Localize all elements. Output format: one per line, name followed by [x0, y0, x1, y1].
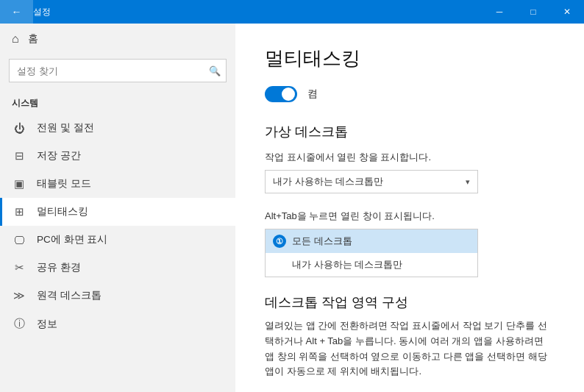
- taskbar-dropdown-value: 내가 사용하는 데스크톱만: [273, 175, 383, 188]
- tablet-icon: ▣: [12, 177, 26, 190]
- sidebar-item-storage-label: 저장 공간: [37, 149, 81, 163]
- sidebar-item-project[interactable]: 🖵 PC에 화면 표시: [0, 226, 235, 254]
- toggle-knob: [282, 88, 295, 101]
- sidebar-item-shared[interactable]: ✂ 공유 환경: [0, 254, 235, 282]
- toggle-switch[interactable]: [265, 86, 297, 102]
- remote-icon: ≫: [12, 289, 26, 302]
- titlebar-controls: ─ □ ✕: [482, 0, 584, 24]
- sidebar-item-tablet-label: 태블릿 모드: [37, 177, 91, 190]
- alt-tab-dropdown: ① 모든 데스크톱 내가 사용하는 데스크톱만: [265, 229, 478, 277]
- home-icon: ⌂: [12, 32, 19, 46]
- multitasking-icon: ⊞: [12, 205, 26, 218]
- minimize-button[interactable]: ─: [482, 0, 516, 24]
- sidebar-item-info-label: 정보: [37, 318, 57, 331]
- search-box: 🔍: [9, 59, 227, 82]
- sidebar-item-tablet[interactable]: ▣ 태블릿 모드: [0, 170, 235, 198]
- toggle-label: 켬: [307, 88, 318, 101]
- sidebar: ⌂ 홈 🔍 시스템 ⏻ 전원 및 절전 ⊟ 저장 공간 ▣ 태블릿 모드: [0, 24, 235, 392]
- project-icon: 🖵: [12, 234, 26, 246]
- main-panel: 멀티태스킹 켬 가상 데스크톱 작업 표시줄에서 열린 창을 표시합니다. 내가…: [235, 24, 584, 392]
- close-button[interactable]: ✕: [550, 0, 584, 24]
- window: ← 설정 ─ □ ✕ ⌂ 홈 🔍 시스템: [0, 0, 584, 392]
- sidebar-section-label: 시스템: [0, 91, 235, 114]
- content-area: ⌂ 홈 🔍 시스템 ⏻ 전원 및 절전 ⊟ 저장 공간 ▣ 태블릿 모드: [0, 24, 584, 392]
- titlebar: ← 설정 ─ □ ✕: [0, 0, 584, 24]
- sidebar-item-power[interactable]: ⏻ 전원 및 절전: [0, 114, 235, 142]
- desktop-config-desc: 열려있는 앱 간에 전환하려면 작업 표시줄에서 작업 보기 단추를 선택하거나…: [265, 318, 555, 379]
- alt-tab-option-current-label: 내가 사용하는 데스크톱만: [292, 258, 402, 271]
- sidebar-item-multitasking[interactable]: ⊞ 멀티태스킹: [0, 198, 235, 226]
- toggle-row: 켬: [265, 86, 555, 102]
- page-title: 멀티태스킹: [265, 46, 555, 71]
- search-input[interactable]: [9, 59, 227, 82]
- sidebar-item-multitasking-label: 멀티태스킹: [37, 205, 88, 218]
- virtual-desktop-heading: 가상 데스크톱: [265, 123, 555, 140]
- taskbar-sublabel: 작업 표시줄에서 열린 창을 표시합니다.: [265, 151, 555, 164]
- sidebar-item-remote[interactable]: ≫ 원격 데스크톱: [0, 282, 235, 310]
- sidebar-item-storage[interactable]: ⊟ 저장 공간: [0, 142, 235, 170]
- info-icon: ⓘ: [12, 317, 26, 331]
- chevron-down-icon: ▾: [466, 177, 470, 187]
- sidebar-item-shared-label: 공유 환경: [37, 261, 81, 274]
- alt-tab-option-current[interactable]: 내가 사용하는 데스크톱만: [266, 253, 477, 277]
- sidebar-item-info[interactable]: ⓘ 정보: [0, 310, 235, 338]
- taskbar-dropdown[interactable]: 내가 사용하는 데스크톱만 ▾: [265, 170, 478, 193]
- sidebar-item-home[interactable]: ⌂ 홈: [0, 24, 235, 54]
- alt-tab-option-all-label: 모든 데스크톱: [292, 235, 352, 248]
- power-icon: ⏻: [12, 122, 26, 135]
- home-label: 홈: [28, 32, 38, 46]
- storage-icon: ⊟: [12, 149, 26, 163]
- alt-tab-option-all[interactable]: ① 모든 데스크톱: [266, 229, 477, 253]
- alt-tab-sublabel: Alt+Tab을 누르면 열린 창이 표시됩니다.: [265, 210, 555, 223]
- back-button[interactable]: ←: [0, 0, 33, 24]
- maximize-button[interactable]: □: [516, 0, 550, 24]
- search-icon: 🔍: [209, 65, 221, 76]
- shared-icon: ✂: [12, 261, 26, 274]
- desktop-config-heading: 데스크톱 작업 영역 구성: [265, 293, 555, 311]
- sidebar-item-remote-label: 원격 데스크톱: [37, 289, 102, 302]
- sidebar-item-power-label: 전원 및 절전: [37, 121, 94, 135]
- titlebar-title: 설정: [33, 6, 482, 18]
- selected-indicator: ①: [273, 235, 286, 248]
- sidebar-item-project-label: PC에 화면 표시: [37, 233, 107, 246]
